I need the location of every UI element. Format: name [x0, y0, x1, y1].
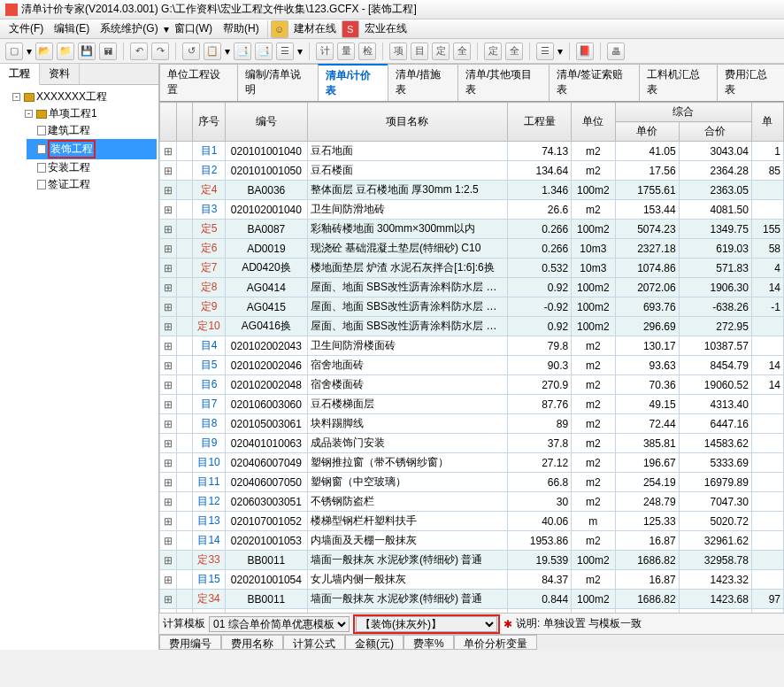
table-row[interactable]: ⊞目1020101001040豆石地面74.13m241.053043.041: [160, 142, 784, 161]
expand-icon[interactable]: ⊞: [160, 492, 177, 512]
tb-print[interactable]: 🖶: [607, 42, 625, 60]
expand-icon[interactable]: ⊞: [160, 473, 177, 492]
right-tab[interactable]: 清单/计价表: [318, 64, 388, 101]
tb-p6[interactable]: 全: [505, 42, 523, 60]
tree-node[interactable]: 建筑工程: [27, 122, 157, 139]
table-row[interactable]: ⊞定6AD0019现浇砼 基础混凝土垫层(特细砂) C100.26610m323…: [160, 239, 784, 259]
bottom-tab[interactable]: 费用编号: [159, 635, 221, 650]
tree-node[interactable]: - XXXXXXX工程: [2, 89, 157, 105]
col-unit[interactable]: 单位: [572, 103, 615, 142]
expand-icon[interactable]: ⊞: [160, 200, 177, 220]
tb-list[interactable]: ☰: [536, 42, 554, 60]
tb-p3[interactable]: 定: [432, 42, 450, 60]
tb-d[interactable]: 📑: [255, 42, 273, 60]
col-group[interactable]: 综合: [615, 103, 751, 122]
bottom-tab[interactable]: 金额(元): [345, 635, 404, 650]
tb-b[interactable]: 📋: [204, 42, 221, 60]
table-row[interactable]: ⊞目4020102002043卫生间防滑楼面砖79.8m2130.1710387…: [160, 336, 784, 356]
col-price[interactable]: 单价: [615, 122, 679, 142]
table-row[interactable]: ⊞定8AG0414屋面、地面 SBS改性沥青涂料防水层 二布三涂 涂膜厚2mm0…: [160, 278, 784, 297]
tree-node[interactable]: 签证工程: [27, 176, 157, 193]
tree-node[interactable]: 安装工程: [27, 159, 157, 176]
col-unit2[interactable]: 单: [751, 103, 783, 142]
calc-template-select[interactable]: 01 综合单价简单优惠模板: [209, 616, 350, 632]
col-name[interactable]: 项目名称: [307, 103, 507, 142]
tb-open[interactable]: 📂: [35, 42, 53, 60]
expand-icon[interactable]: ⊞: [160, 297, 177, 317]
table-row[interactable]: ⊞定7AD0420换楼地面垫层 炉渣 水泥石灰拌合[1:6]:6换0.53210…: [160, 259, 784, 278]
left-tab-material[interactable]: 资料: [40, 64, 80, 84]
col-seq[interactable]: 序号: [193, 103, 226, 142]
tb-saveall[interactable]: 🖬: [99, 42, 117, 60]
expand-icon[interactable]: ⊞: [160, 434, 177, 453]
bottom-tab[interactable]: 计算公式: [283, 635, 345, 650]
menu-help[interactable]: 帮助(H): [218, 19, 265, 38]
right-tab[interactable]: 清单/其他项目表: [457, 64, 550, 101]
table-row[interactable]: ⊞目10020406007049塑钢推拉窗（带不锈钢纱窗）27.12m2196.…: [160, 453, 784, 473]
tb-c[interactable]: 📑: [234, 42, 251, 60]
expand-icon[interactable]: ⊞: [160, 512, 177, 531]
tb-p4[interactable]: 全: [453, 42, 471, 60]
table-row[interactable]: ⊞定10AG0416换屋面、地面 SBS改性沥青涂料防水层 每增减一涂 涂膜厚0…: [160, 317, 784, 336]
bottom-tab[interactable]: 单价分析变量: [454, 635, 537, 650]
table-row[interactable]: ⊞目11020406007050塑钢窗（中空玻璃）66.8m2254.19169…: [160, 473, 784, 492]
table-row[interactable]: ⊞目12020603003051不锈钢防盗栏30m2248.797047.30: [160, 492, 784, 512]
right-tab[interactable]: 清单/措施表: [388, 64, 458, 101]
online-icon[interactable]: ☺: [271, 20, 288, 38]
col-code[interactable]: 编号: [226, 103, 308, 142]
bottom-tab[interactable]: 费率%: [404, 635, 454, 650]
expand-icon[interactable]: ⊞: [160, 414, 177, 434]
expand-icon[interactable]: ⊞: [160, 453, 177, 473]
tb-chk[interactable]: 检: [358, 42, 376, 60]
table-row[interactable]: ⊞定33BB0011墙面一般抹灰 水泥砂浆(特细砂) 普通19.539100m2…: [160, 551, 784, 570]
right-tab[interactable]: 费用汇总表: [717, 64, 784, 101]
tb-book[interactable]: 📕: [576, 42, 594, 60]
table-row[interactable]: ⊞目7020106003060豆石楼梯面层87.76m249.154313.40: [160, 395, 784, 414]
menu-window[interactable]: 窗口(W): [169, 19, 218, 38]
tb-undo[interactable]: ↶: [130, 42, 148, 60]
table-row[interactable]: ⊞目3020102001040卫生间防滑地砖26.6m2153.444081.5…: [160, 200, 784, 220]
menu-online[interactable]: 建材在线: [288, 19, 342, 38]
menu-system[interactable]: 系统维护(G): [95, 19, 163, 38]
tb-new[interactable]: ▢: [5, 42, 23, 60]
right-tab[interactable]: 单位工程设置: [159, 64, 238, 101]
tb-calc[interactable]: 计: [316, 42, 334, 60]
tree-node[interactable]: - 单项工程1: [14, 105, 157, 122]
table-row[interactable]: ⊞定9AG0415屋面、地面 SBS改性沥青涂料防水层 每增减一布一涂 涂膜厚0…: [160, 297, 784, 317]
table-row[interactable]: ⊞目2020101001050豆石楼面134.64m217.562364.288…: [160, 161, 784, 181]
expand-icon[interactable]: ⊞: [160, 181, 177, 200]
table-row[interactable]: ⊞目5020102002046宿舍地面砖90.3m293.638454.7914: [160, 356, 784, 375]
tb-open2[interactable]: 📁: [57, 42, 74, 60]
expand-icon[interactable]: ⊞: [160, 356, 177, 375]
expand-icon[interactable]: ⊞: [160, 278, 177, 297]
menu-edit[interactable]: 编辑(E): [49, 19, 95, 38]
col-qty[interactable]: 工程量: [508, 103, 572, 142]
expand-icon[interactable]: ⊞: [160, 317, 177, 336]
expand-icon[interactable]: ⊞: [160, 336, 177, 356]
table-row[interactable]: ⊞定4BA0036整体面层 豆石楼地面 厚30mm 1:2.51.346100m…: [160, 181, 784, 200]
right-tab[interactable]: 编制/清单说明: [237, 64, 319, 101]
tb-redo[interactable]: ↷: [151, 42, 169, 60]
right-tab[interactable]: 清单/签证索赔表: [549, 64, 641, 101]
table-row[interactable]: ⊞定5BA0087彩釉砖楼地面 300mm×300mm以内0.266100m25…: [160, 220, 784, 239]
expand-icon[interactable]: ⊞: [160, 220, 177, 239]
tb-qty[interactable]: 量: [337, 42, 355, 60]
expand-icon[interactable]: ⊞: [160, 551, 177, 570]
expand-icon[interactable]: ⊞: [160, 161, 177, 181]
col-total[interactable]: 合价: [679, 122, 751, 142]
table-row[interactable]: ⊞目6020102002048宿舍楼面砖270.9m270.3619060.52…: [160, 375, 784, 395]
expand-icon[interactable]: ⊞: [160, 531, 177, 551]
table-row[interactable]: ⊞目8020105003061块料踢脚线89m272.446447.16: [160, 414, 784, 434]
expand-icon[interactable]: ⊞: [160, 375, 177, 395]
tree-node[interactable]: 装饰工程: [27, 139, 157, 159]
tb-p2[interactable]: 目: [411, 42, 428, 60]
expand-icon[interactable]: ⊞: [160, 142, 177, 161]
expand-icon[interactable]: ⊞: [160, 590, 177, 609]
table-row[interactable]: ⊞目15020201001054女儿墙内侧一般抹灰84.37m216.87142…: [160, 570, 784, 590]
tb-a[interactable]: ↺: [182, 42, 200, 60]
expand-icon[interactable]: ⊞: [160, 395, 177, 414]
hy-icon[interactable]: S: [342, 20, 359, 38]
menu-hy[interactable]: 宏业在线: [359, 19, 412, 38]
table-row[interactable]: ⊞定34BB0011墙面一般抹灰 水泥砂浆(特细砂) 普通0.844100m21…: [160, 590, 784, 609]
expand-icon[interactable]: ⊞: [160, 239, 177, 259]
